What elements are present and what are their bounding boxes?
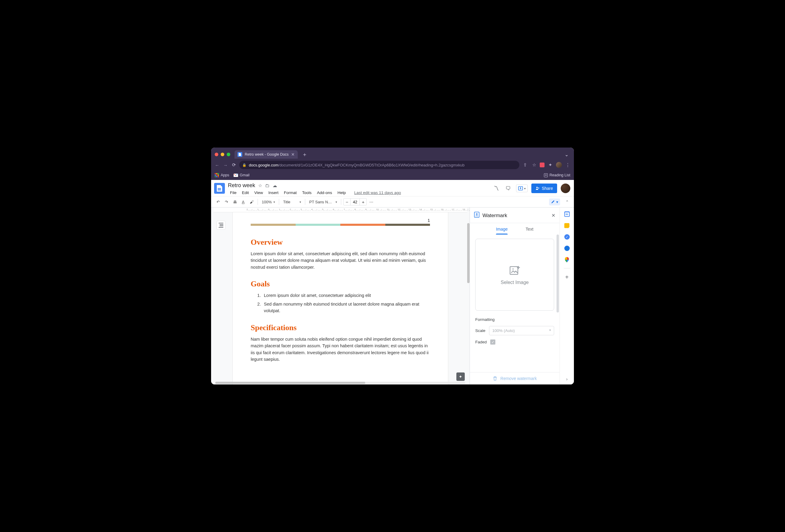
close-panel-button[interactable]: ✕ (551, 212, 555, 218)
font-size-decrease[interactable]: − (344, 199, 350, 205)
chevron-down-icon: ▾ (549, 328, 551, 333)
bookmark-star-icon[interactable]: ☆ (531, 162, 537, 168)
tasks-icon: ✓ (564, 234, 570, 239)
browser-window: Retro week - Google Docs ✕ ＋ ⌄ ← → ⟳ 🔒 d… (211, 148, 574, 384)
address-bar[interactable]: 🔒 docs.google.com/document/d/1xG1zOE4X_H… (239, 161, 519, 169)
activity-icon[interactable]: 〽 (492, 185, 501, 192)
body-text[interactable]: Nam liber tempor cum soluta nobis eleife… (251, 336, 430, 363)
hide-sidepanel-icon[interactable]: › (566, 377, 567, 381)
menu-format[interactable]: Format (282, 189, 299, 196)
comments-icon[interactable]: 🗨 (504, 185, 512, 192)
font-size-increase[interactable]: + (360, 199, 366, 205)
bookmark-gmail[interactable]: Gmail (234, 173, 250, 177)
share-page-icon[interactable]: ⇧ (522, 162, 528, 168)
menu-tools[interactable]: Tools (300, 189, 314, 196)
menu-edit[interactable]: Edit (240, 189, 251, 196)
close-tab-icon[interactable]: ✕ (291, 152, 295, 157)
close-window-icon[interactable] (215, 153, 218, 156)
share-button[interactable]: Share (531, 183, 557, 193)
new-tab-button[interactable]: ＋ (302, 151, 307, 158)
menu-view[interactable]: View (252, 189, 265, 196)
minimize-window-icon[interactable] (221, 153, 224, 156)
heading-overview[interactable]: Overview (251, 238, 430, 247)
horizontal-scrollbar[interactable] (215, 382, 465, 384)
panel-title: Watermark (482, 212, 549, 219)
chevron-down-icon: ▾ (556, 200, 558, 204)
more-toolbar-icon[interactable]: ⋯ (367, 198, 375, 206)
move-icon[interactable]: 🗀 (265, 183, 270, 188)
chrome-menu-icon[interactable]: ⋮ (564, 162, 571, 168)
star-icon[interactable]: ☆ (258, 183, 262, 188)
browser-chrome: Retro week - Google Docs ✕ ＋ ⌄ ← → ⟳ 🔒 d… (211, 148, 574, 180)
extensions-puzzle-icon[interactable]: ✦ (547, 162, 554, 168)
calendar-button[interactable] (564, 211, 570, 217)
tab-image[interactable]: Image (496, 227, 508, 234)
docs-home-icon[interactable] (214, 183, 225, 194)
body-text[interactable]: Lorem ipsum dolor sit amet, consectetuer… (251, 250, 430, 271)
reading-list-button[interactable]: Reading List (544, 173, 571, 177)
heading-goals[interactable]: Goals (251, 279, 430, 288)
show-outline-button[interactable] (217, 221, 226, 230)
vertical-scrollbar[interactable] (467, 223, 470, 283)
tasks-button[interactable]: ✓ (564, 234, 570, 240)
paint-format-button[interactable]: 🖌 (248, 198, 255, 206)
remove-watermark-button[interactable]: Remove watermark (470, 372, 559, 384)
font-size-stepper[interactable]: − + (343, 198, 367, 205)
menu-insert[interactable]: Insert (266, 189, 281, 196)
editing-mode-button[interactable]: ▾ (549, 199, 560, 205)
menu-file[interactable]: File (228, 189, 239, 196)
redo-button[interactable]: ↷ (223, 198, 230, 206)
last-edit-link[interactable]: Last edit was 11 days ago (352, 189, 403, 196)
window-controls[interactable] (215, 153, 230, 156)
keep-button[interactable] (564, 223, 570, 229)
trash-icon (492, 376, 498, 381)
list-item[interactable]: Sed diam nonummy nibh euismod tincidunt … (251, 301, 430, 314)
list-item[interactable]: Lorem ipsum dolor sit amet, consectetuer… (251, 292, 430, 299)
menu-help[interactable]: Help (335, 189, 348, 196)
font-select[interactable]: PT Sans N…▾ (307, 198, 339, 206)
maximize-window-icon[interactable] (227, 153, 230, 156)
account-avatar-icon[interactable] (561, 183, 570, 193)
bookmark-apps[interactable]: Apps (215, 173, 229, 177)
menu-bar: File Edit View Insert Format Tools Add-o… (228, 189, 489, 196)
maps-button[interactable] (564, 257, 570, 263)
lock-icon[interactable]: 🔒 (242, 163, 247, 167)
svg-point-3 (476, 213, 477, 215)
tab-title: Retro week - Google Docs (245, 152, 289, 156)
collapse-toolbar-icon[interactable]: ⌃ (563, 198, 571, 206)
paragraph-style-select[interactable]: Title▾ (281, 198, 303, 206)
faded-checkbox[interactable]: ✓ (490, 339, 495, 345)
get-addons-button[interactable]: + (565, 274, 569, 281)
cloud-status-icon[interactable]: ☁ (273, 183, 277, 188)
present-button[interactable]: ▾ (516, 184, 528, 192)
svg-rect-4 (510, 267, 518, 274)
tab-overflow-icon[interactable]: ⌄ (565, 152, 568, 157)
tab-text[interactable]: Text (526, 227, 533, 234)
back-button[interactable]: ← (214, 162, 220, 168)
panel-scrollbar[interactable] (557, 234, 559, 312)
reload-button[interactable]: ⟳ (231, 162, 237, 168)
goals-list[interactable]: Lorem ipsum dolor sit amet, consectetuer… (251, 292, 430, 314)
extension-icon[interactable] (540, 162, 545, 167)
profile-avatar-icon[interactable] (556, 162, 562, 168)
font-size-input[interactable] (350, 199, 360, 205)
print-button[interactable]: 🖶 (231, 198, 239, 206)
document-scroll[interactable]: 1 Overview Lorem ipsum dolor sit amet, c… (211, 212, 470, 384)
select-image-dropzone[interactable]: Select Image (475, 239, 554, 311)
browser-tab[interactable]: Retro week - Google Docs ✕ (234, 150, 298, 159)
undo-button[interactable]: ↶ (214, 198, 222, 206)
heading-specifications[interactable]: Specifications (251, 323, 430, 332)
formatting-label: Formatting (475, 317, 554, 322)
document-page[interactable]: 1 Overview Lorem ipsum dolor sit amet, c… (232, 212, 448, 384)
menu-addons[interactable]: Add-ons (315, 189, 334, 196)
spellcheck-button[interactable]: A (239, 198, 247, 206)
zoom-select[interactable]: 100%▾ (260, 198, 277, 206)
address-bar-row: ← → ⟳ 🔒 docs.google.com/document/d/1xG1z… (211, 159, 574, 170)
explore-button[interactable]: ✦ (456, 373, 465, 381)
horizontal-ruler[interactable]: 210123456789101112131415161718 (213, 207, 467, 212)
document-title[interactable]: Retro week (228, 182, 255, 188)
main-area: 210123456789101112131415161718 1 Overvie… (211, 207, 574, 384)
scale-select[interactable]: 100% (Auto) ▾ (489, 326, 554, 335)
panel-tabs: Image Text (470, 223, 559, 234)
contacts-button[interactable]: 👤 (564, 245, 570, 251)
